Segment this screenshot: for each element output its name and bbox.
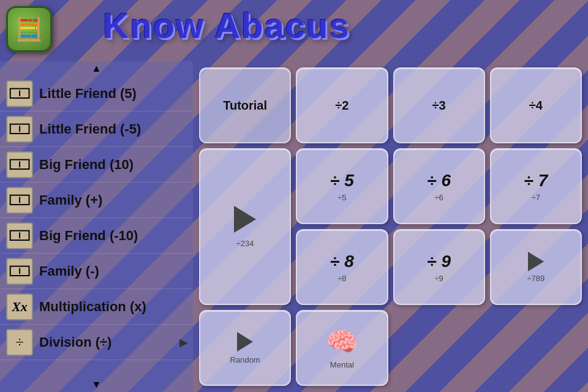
div2-label: ÷2 [335,99,349,113]
random-label: Random [230,355,260,364]
abacus-icon: 🀱 [6,187,33,214]
div9-button[interactable]: ÷ 9 ÷9 [393,229,485,305]
abacus-icon: 🀱 [6,222,33,249]
div7-button[interactable]: ÷ 7 ÷7 [490,148,582,224]
sidebar-label-division: Division (÷) [39,334,111,350]
main-grid: Tutorial ÷2 ÷3 ÷4 ÷234 ÷ 5 ÷5 ÷ 6 ÷6 ÷ 7… [193,61,588,392]
mental-icon: 🧠 [326,326,358,356]
play-234-button[interactable]: ÷234 [199,148,291,305]
play-icon [234,206,256,233]
sidebar-item-little-friend-5[interactable]: 🀱 Little Friend (5) [0,76,193,111]
app-logo: 🧮 [6,6,52,52]
div7-main-label: ÷ 7 [524,171,548,190]
sidebar-label-little-friend-5: Little Friend (5) [39,86,137,102]
div6-button[interactable]: ÷ 6 ÷6 [393,148,485,224]
app-title: Know Abacus [61,5,392,46]
play-789-button[interactable]: ÷789 [490,229,582,305]
sidebar-item-family-plus[interactable]: 🀱 Family (+) [0,183,193,218]
div4-label: ÷4 [529,99,543,113]
play-789-sub-label: ÷789 [527,274,545,283]
div5-main-label: ÷ 5 [330,171,354,190]
sidebar-item-division[interactable]: ÷ Division (÷) ▶ [0,325,193,360]
sidebar-item-big-friend-neg10[interactable]: 🀱 Big Friend (-10) [0,218,193,254]
div5-button[interactable]: ÷ 5 ÷5 [296,148,388,224]
div9-sub-label: ÷9 [434,274,443,283]
mental-label: Mental [330,360,354,369]
div4-button[interactable]: ÷4 [490,67,582,143]
div2-button[interactable]: ÷2 [296,67,388,143]
div7-sub-label: ÷7 [532,193,540,202]
sidebar-label-multiplication: Multiplication (x) [39,299,146,315]
logo-icon: 🧮 [15,17,43,42]
random-play-icon [237,332,253,352]
div8-sub-label: ÷8 [337,274,346,283]
play-789-icon [528,252,544,271]
abacus-icon: 🀱 [6,80,33,107]
sidebar: ▲ 🀱 Little Friend (5) 🀱 Little Friend (-… [0,61,193,392]
abacus-icon: 🀱 [6,151,33,178]
sidebar-item-family-minus[interactable]: 🀱 Family (-) [0,254,193,289]
abacus-icon: 🀱 [6,258,33,285]
mental-button[interactable]: 🧠 Mental [296,310,388,386]
div9-main-label: ÷ 9 [427,252,451,271]
div5-sub-label: ÷5 [337,193,346,202]
sidebar-item-big-friend-10[interactable]: 🀱 Big Friend (10) [0,147,193,183]
tutorial-label: Tutorial [223,99,267,113]
sidebar-item-little-friend-neg5[interactable]: 🀱 Little Friend (-5) [0,111,193,147]
div3-label: ÷3 [432,99,446,113]
random-button[interactable]: Random [199,310,291,386]
abacus-icon: 🀱 [6,116,33,143]
tutorial-button[interactable]: Tutorial [199,67,291,143]
div3-button[interactable]: ÷3 [393,67,485,143]
sidebar-label-little-friend-neg5: Little Friend (-5) [39,121,141,137]
down-arrow-icon: ▼ [92,379,102,390]
div8-button[interactable]: ÷ 8 ÷8 [296,229,388,305]
play-234-sub-label: ÷234 [236,239,254,248]
sidebar-item-multiplication[interactable]: Xx Multiplication (x) [0,289,193,325]
sidebar-label-family-plus: Family (+) [39,192,102,208]
sidebar-label-family-minus: Family (-) [39,263,99,279]
sidebar-label-big-friend-10: Big Friend (10) [39,157,134,173]
division-symbol-icon: ÷ [6,329,33,356]
div6-main-label: ÷ 6 [427,171,451,190]
multiplication-symbol-icon: Xx [6,293,33,320]
div6-sub-label: ÷6 [434,193,443,202]
scroll-down-button[interactable]: ▼ [0,377,193,392]
chevron-right-icon: ▶ [179,336,188,349]
sidebar-label-big-friend-neg10: Big Friend (-10) [39,228,138,244]
div8-main-label: ÷ 8 [330,252,354,271]
scroll-up-button[interactable]: ▲ [0,61,193,76]
up-arrow-icon: ▲ [92,63,102,74]
